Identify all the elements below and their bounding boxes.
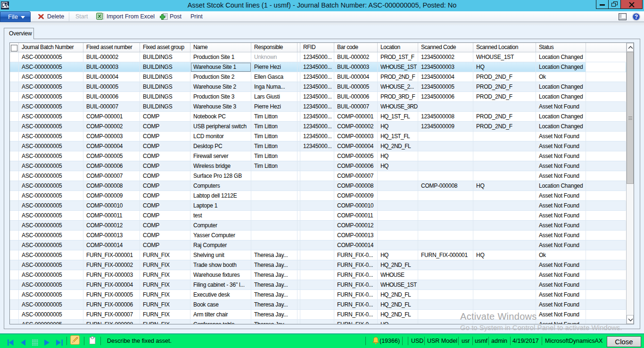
svg-text:?: ? — [635, 14, 638, 20]
